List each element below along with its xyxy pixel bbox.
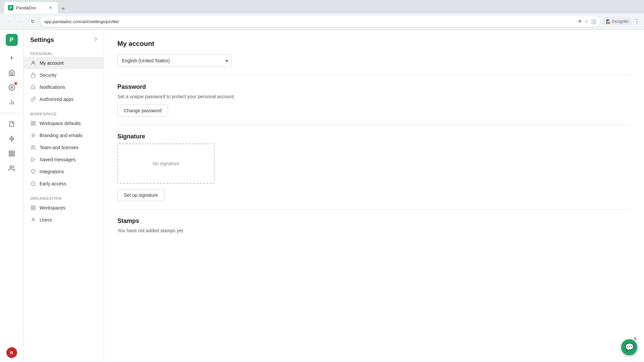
help-icon[interactable]: ? (94, 37, 97, 43)
forward-button[interactable]: → (16, 17, 25, 26)
address-bar-icons: 👁 ☆ ⬜ (578, 19, 596, 24)
sidebar-item-early-access[interactable]: Early access (23, 178, 104, 190)
chat-bubble-button[interactable]: 💬 (621, 339, 637, 355)
svg-rect-12 (31, 75, 35, 77)
sidebar-item-users[interactable]: Users (23, 214, 104, 226)
svg-rect-13 (31, 121, 33, 123)
password-description: Set a unique password to protect your pe… (117, 94, 631, 99)
app-logo[interactable]: P (6, 34, 18, 46)
eye-slash-icon: 👁 (578, 19, 582, 24)
person-icon (30, 60, 36, 66)
active-tab[interactable]: P PandaDoc ✕ (4, 2, 58, 13)
svg-rect-16 (34, 124, 35, 125)
tab-close-button[interactable]: ✕ (48, 5, 54, 11)
svg-point-17 (32, 134, 34, 136)
sidebar-item-notifications[interactable]: Notifications (23, 81, 104, 93)
no-signature-label: No signature (153, 161, 179, 166)
activity-badge (14, 82, 17, 85)
svg-rect-25 (34, 208, 35, 210)
arrow-right-icon (30, 157, 36, 163)
analytics-icon (8, 99, 15, 106)
sidebar-item-branding-emails[interactable]: Branding and emails (23, 129, 104, 141)
settings-sidebar-header: Settings ? (23, 37, 104, 49)
sidebar-item-document[interactable] (5, 117, 18, 131)
sidebar-icon: ⬜ (591, 19, 596, 24)
svg-marker-20 (32, 158, 35, 162)
sidebar-item-contacts[interactable] (5, 162, 18, 175)
workspace-section-label: WORKSPACE (23, 109, 104, 117)
contacts-icon (8, 165, 15, 172)
home-icon (8, 69, 15, 76)
address-bar[interactable]: app.pandadoc.com/a/#/settings/profile/ 👁… (40, 16, 600, 27)
plus-icon: + (10, 54, 14, 62)
tab-title: PandaDoc (16, 5, 45, 10)
document-icon (9, 121, 15, 127)
svg-point-19 (32, 145, 33, 147)
sidebar-item-workspaces[interactable]: Workspaces (23, 202, 104, 214)
diamond-icon (30, 169, 36, 175)
sidebar-item-catalog[interactable] (5, 147, 18, 160)
signature-box: No signature (117, 143, 215, 184)
lightning-icon (9, 135, 15, 142)
svg-marker-5 (9, 136, 14, 141)
language-select-wrapper: English (United States) English (UK) Fre… (117, 54, 231, 67)
svg-point-1 (11, 87, 12, 88)
sidebar-item-saved-messages[interactable]: Saved messages (23, 154, 104, 166)
activity-icon (8, 84, 15, 91)
sidebar-item-security[interactable]: Security (23, 69, 104, 81)
svg-rect-9 (12, 154, 14, 156)
refresh-button[interactable]: ↻ (28, 17, 38, 26)
language-select[interactable]: English (United States) English (UK) Fre… (117, 54, 231, 67)
divider-password (117, 125, 631, 125)
sidebar-item-automation[interactable] (5, 132, 18, 145)
sidebar-item-home[interactable] (5, 66, 18, 79)
svg-point-11 (32, 61, 34, 63)
organization-section-label: ORGANIZATION (23, 194, 104, 202)
grid-icon (30, 120, 36, 126)
bookmark-icon: ☆ (584, 19, 589, 24)
chat-icon: 💬 (625, 343, 634, 352)
sidebar-item-analytics[interactable] (5, 96, 18, 109)
svg-rect-8 (9, 154, 11, 156)
divider-signature (117, 209, 631, 209)
incognito-icon: 🕵 (606, 19, 611, 24)
settings-sidebar: Settings ? PERSONAL My account Security … (23, 30, 104, 362)
set-up-signature-button[interactable]: Set up signature (117, 189, 164, 201)
main-content: My account English (United States) Engli… (104, 30, 644, 362)
sidebar-item-activity[interactable] (5, 81, 18, 94)
sidebar-item-integrations[interactable]: Integrations (23, 166, 104, 178)
sidebar-item-my-account[interactable]: My account (23, 57, 104, 69)
change-password-button[interactable]: Change password (117, 105, 168, 117)
page-title: My account (117, 40, 631, 48)
svg-rect-22 (31, 206, 33, 207)
url-text: app.pandadoc.com/a/#/settings/profile/ (44, 19, 119, 24)
svg-point-10 (10, 166, 12, 168)
signature-section-title: Signature (117, 133, 631, 140)
lock-icon (30, 72, 36, 78)
svg-point-18 (32, 134, 35, 137)
sidebar-item-workspace-defaults[interactable]: Workspace defaults (23, 117, 104, 129)
incognito-badge: 🕵 Incognito (603, 18, 631, 25)
personal-section-label: PERSONAL (23, 49, 104, 57)
user-avatar[interactable]: R (6, 347, 17, 358)
svg-rect-7 (12, 151, 14, 153)
catalog-icon (8, 150, 15, 157)
new-tab-button[interactable]: + (58, 4, 68, 13)
icon-sidebar-bottom: R (6, 347, 17, 358)
link-icon (30, 96, 36, 102)
grid2-icon (30, 205, 36, 211)
settings-title: Settings (30, 37, 54, 44)
stamps-section-title: Stamps (117, 218, 631, 225)
stamps-description: You have not added stamps yet. (117, 228, 631, 233)
svg-rect-24 (31, 208, 33, 210)
sidebar-item-team-licenses[interactable]: Team and licenses (23, 141, 104, 154)
browser-menu-icon[interactable]: ⋮ (634, 18, 640, 25)
tab-favicon: P (8, 5, 13, 10)
svg-rect-6 (9, 151, 11, 153)
password-section-title: Password (117, 83, 631, 90)
star-icon (30, 132, 36, 138)
back-button[interactable]: ← (4, 17, 13, 26)
person2-icon (30, 217, 36, 223)
sidebar-item-create[interactable]: + (5, 51, 18, 65)
sidebar-item-authorized-apps[interactable]: Authorized apps (23, 93, 104, 105)
